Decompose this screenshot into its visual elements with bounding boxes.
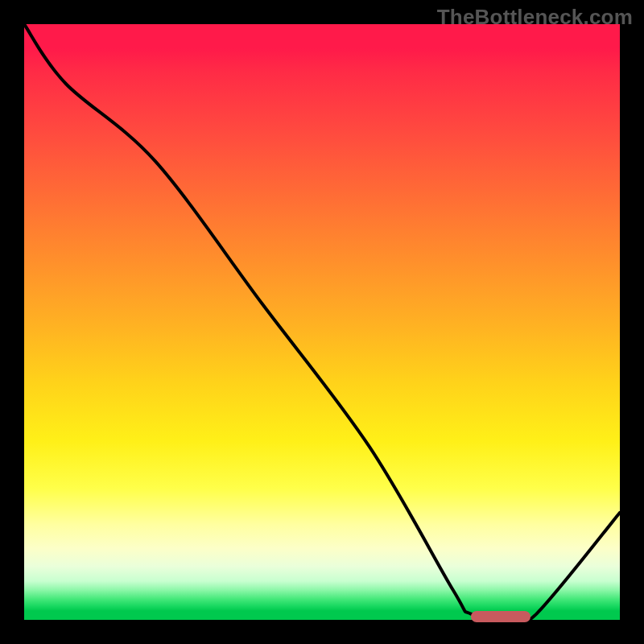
- curve-path: [24, 24, 620, 622]
- bottleneck-curve: [24, 24, 620, 620]
- optimal-marker: [471, 611, 530, 622]
- bottleneck-chart: TheBottleneck.com: [0, 0, 644, 644]
- plot-area: [24, 24, 620, 620]
